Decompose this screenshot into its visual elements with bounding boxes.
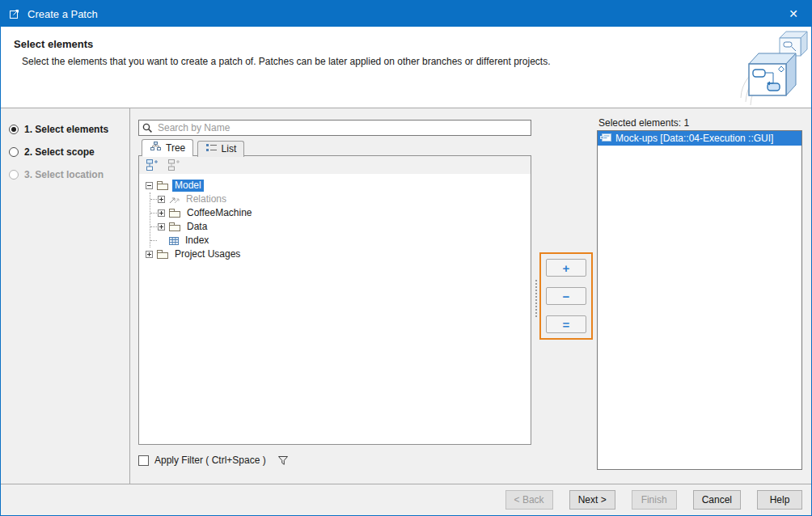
expand-expander-icon[interactable] bbox=[158, 223, 165, 231]
page-title: Select elements bbox=[14, 38, 93, 50]
title-bar: Create a Patch ✕ bbox=[1, 1, 811, 27]
apply-filter-row: Apply Filter ( Ctrl+Space ) bbox=[138, 455, 531, 466]
expand-expander-icon[interactable] bbox=[158, 196, 165, 203]
transfer-buttons-annotation: + − = bbox=[539, 252, 593, 340]
add-element-button[interactable]: + bbox=[546, 259, 586, 277]
radio-unselected-icon bbox=[9, 147, 19, 157]
model-tree: Model Relations bbox=[139, 174, 531, 444]
step-select-elements[interactable]: 1. Select elements bbox=[1, 118, 129, 141]
tab-list[interactable]: List bbox=[197, 141, 245, 157]
tab-label: List bbox=[222, 143, 237, 154]
model-children: Relations CoffeeMachine bbox=[150, 192, 529, 247]
tree-row-data[interactable]: Data bbox=[150, 220, 529, 234]
tree-node-label: CoffeeMachine bbox=[184, 207, 255, 219]
expand-expander-icon[interactable] bbox=[158, 209, 165, 217]
collapse-expander-icon[interactable] bbox=[146, 182, 153, 189]
search-input[interactable] bbox=[138, 120, 531, 136]
remove-all-elements-button[interactable]: = bbox=[546, 315, 586, 333]
package-icon bbox=[168, 208, 181, 218]
apply-filter-checkbox[interactable] bbox=[138, 455, 149, 466]
package-icon bbox=[156, 249, 169, 260]
tree-row-project-usages[interactable]: Project Usages bbox=[143, 247, 529, 261]
tree-row-coffeemachine[interactable]: CoffeeMachine bbox=[150, 206, 529, 220]
tree-node-label: Relations bbox=[184, 193, 229, 205]
selected-elements-count: Selected elements: 1 bbox=[597, 117, 802, 129]
selected-element-label: Mock-ups [Data::04-Execution ::GUI] bbox=[615, 133, 773, 144]
tree-toolbar bbox=[139, 156, 531, 175]
next-button[interactable]: Next > bbox=[569, 490, 615, 510]
tree-node-label: Index bbox=[183, 235, 211, 247]
step-label: 3. Select location bbox=[24, 169, 104, 180]
element-tree-pane: Tree List bbox=[138, 120, 531, 466]
list-tab-icon bbox=[205, 142, 218, 155]
tree-connector bbox=[150, 240, 157, 241]
tree-list-tabs: Tree List bbox=[138, 139, 531, 156]
finish-button: Finish bbox=[632, 490, 677, 510]
radio-disabled-icon bbox=[9, 170, 19, 180]
app-icon bbox=[8, 7, 21, 20]
back-button: < Back bbox=[505, 490, 553, 510]
step-label: 1. Select elements bbox=[24, 124, 108, 135]
tree-connector bbox=[150, 226, 157, 227]
window-title: Create a Patch bbox=[27, 8, 98, 20]
cancel-button[interactable]: Cancel bbox=[693, 490, 741, 510]
step-select-location: 3. Select location bbox=[1, 163, 129, 186]
selected-elements-list[interactable]: Mock-ups [Data::04-Execution ::GUI] bbox=[597, 130, 802, 470]
tab-tree[interactable]: Tree bbox=[142, 139, 193, 156]
remove-element-button[interactable]: − bbox=[546, 287, 586, 305]
filter-funnel-icon[interactable] bbox=[277, 455, 289, 466]
tab-label: Tree bbox=[166, 142, 185, 154]
model-tree-panel: Model Relations bbox=[138, 155, 531, 445]
patch-illustration-icon bbox=[739, 28, 809, 108]
tree-row-relations[interactable]: Relations bbox=[150, 192, 529, 206]
help-button[interactable]: Help bbox=[757, 490, 802, 510]
radio-selected-icon bbox=[9, 125, 19, 134]
tree-node-label: Data bbox=[184, 221, 209, 233]
tree-connector bbox=[150, 199, 157, 200]
close-icon[interactable]: ✕ bbox=[776, 1, 811, 27]
expand-collapse-nodes-icon[interactable] bbox=[145, 159, 159, 172]
expand-expander-icon[interactable] bbox=[146, 251, 153, 258]
dialog-header: Select elements Select the elements that… bbox=[1, 27, 811, 108]
collapse-all-icon[interactable] bbox=[167, 159, 181, 172]
tree-node-label: Model bbox=[172, 180, 204, 192]
search-box bbox=[138, 120, 531, 136]
table-icon bbox=[168, 236, 180, 246]
mockup-diagram-icon bbox=[600, 133, 612, 145]
selected-element-item[interactable]: Mock-ups [Data::04-Execution ::GUI] bbox=[598, 131, 801, 146]
splitter-handle[interactable] bbox=[535, 280, 537, 317]
tree-row-index[interactable]: Index bbox=[150, 234, 529, 247]
package-icon bbox=[168, 222, 181, 232]
tree-connector bbox=[150, 213, 157, 214]
wizard-steps-sidebar: 1. Select elements 2. Select scope 3. Se… bbox=[1, 108, 130, 484]
apply-filter-label: Apply Filter ( Ctrl+Space ) bbox=[154, 455, 266, 466]
step-select-scope[interactable]: 2. Select scope bbox=[1, 141, 129, 163]
relations-icon bbox=[168, 195, 180, 205]
selected-elements-pane: Selected elements: 1 Mock-ups [Data::04-… bbox=[597, 117, 802, 470]
main-content: Tree List bbox=[131, 108, 811, 484]
create-patch-dialog: Create a Patch ✕ Select elements Select … bbox=[0, 0, 812, 516]
tree-tab-icon bbox=[150, 142, 162, 154]
step-label: 2. Select scope bbox=[24, 146, 95, 158]
page-description: Select the elements that you want to cre… bbox=[22, 56, 551, 67]
tree-row-model[interactable]: Model bbox=[143, 179, 529, 192]
package-icon bbox=[156, 180, 169, 191]
tree-node-label: Project Usages bbox=[172, 248, 243, 260]
dialog-footer: < Back Next > Finish Cancel Help bbox=[1, 484, 811, 515]
